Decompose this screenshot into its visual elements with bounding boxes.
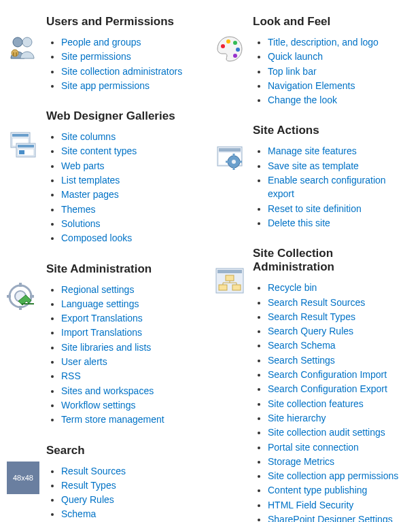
section-icon <box>7 33 39 65</box>
svg-rect-14 <box>19 283 22 287</box>
link-list-templates[interactable]: List templates <box>61 175 120 186</box>
link-themes[interactable]: Themes <box>61 204 96 215</box>
link-rss[interactable]: RSS <box>61 370 81 381</box>
link-change-the-look[interactable]: Change the look <box>268 94 337 105</box>
link-language-settings[interactable]: Language settings <box>61 298 139 309</box>
link-search-result-types[interactable]: Search Result Types <box>268 311 355 322</box>
list-item: People and groups <box>61 35 207 49</box>
link-title-description-and-logo[interactable]: Title, description, and logo <box>268 37 379 48</box>
link-regional-settings[interactable]: Regional settings <box>61 284 134 295</box>
link-user-alerts[interactable]: User alerts <box>61 356 107 367</box>
link-people-and-groups[interactable]: People and groups <box>61 37 141 48</box>
link-term-store-management[interactable]: Term store management <box>61 414 164 425</box>
list-item: Search Query Rules <box>268 324 413 338</box>
link-site-collection-audit-settings[interactable]: Site collection audit settings <box>268 427 385 438</box>
link-manage-site-features[interactable]: Manage site features <box>268 145 357 156</box>
section-site-administration: Site AdministrationRegional settingsLang… <box>7 261 207 428</box>
link-composed-looks[interactable]: Composed looks <box>61 232 132 243</box>
link-query-rules[interactable]: Query Rules <box>61 494 114 505</box>
link-site-columns[interactable]: Site columns <box>61 131 116 142</box>
link-search-result-sources[interactable]: Search Result Sources <box>268 297 365 308</box>
svg-point-28 <box>232 160 236 164</box>
list-item: Site collection app permissions <box>268 469 413 483</box>
list-item: Result Sources <box>61 464 207 478</box>
link-solutions[interactable]: Solutions <box>61 218 101 229</box>
list-item: Change the look <box>268 93 413 107</box>
section-heading: Users and Permissions <box>46 14 207 29</box>
list-item: Storage Metrics <box>268 455 413 468</box>
link-search-query-rules[interactable]: Search Query Rules <box>268 326 353 336</box>
look-icon <box>213 33 246 65</box>
link-enable-search-configuration-export[interactable]: Enable search configuration export <box>268 175 386 199</box>
link-search-configuration-import[interactable]: Search Configuration Import <box>268 369 387 380</box>
link-quick-launch[interactable]: Quick launch <box>268 51 323 62</box>
list-item: Site collection features <box>268 397 413 411</box>
link-storage-metrics[interactable]: Storage Metrics <box>268 456 334 467</box>
link-recycle-bin[interactable]: Recycle bin <box>268 282 317 293</box>
list-item: Web parts <box>61 159 207 173</box>
link-site-hierarchy[interactable]: Site hierarchy <box>268 413 326 423</box>
link-save-site-as-template[interactable]: Save site as template <box>268 160 359 171</box>
svg-point-22 <box>236 48 240 52</box>
link-web-parts[interactable]: Web parts <box>61 160 105 171</box>
list-item: Composed looks <box>61 231 207 245</box>
list-item: Search Settings <box>268 353 413 367</box>
list-item: List templates <box>61 173 207 187</box>
link-workflow-settings[interactable]: Workflow settings <box>61 400 135 411</box>
left-column: Users and PermissionsPeople and groupsSi… <box>7 14 207 522</box>
link-schema[interactable]: Schema <box>61 508 96 519</box>
link-site-libraries-and-lists[interactable]: Site libraries and lists <box>61 342 151 353</box>
link-navigation-elements[interactable]: Navigation Elements <box>268 80 355 91</box>
svg-point-20 <box>226 39 230 44</box>
list-item: Search Result Types <box>268 310 413 324</box>
link-sites-and-workspaces[interactable]: Sites and workspaces <box>61 385 154 396</box>
list-item: Search Configuration Import <box>268 368 413 381</box>
link-sharepoint-designer-settings[interactable]: SharePoint Designer Settings <box>268 514 393 522</box>
link-search-configuration-export[interactable]: Search Configuration Export <box>268 383 387 394</box>
link-export-translations[interactable]: Export Translations <box>61 313 143 324</box>
svg-rect-11 <box>19 150 24 154</box>
link-list: Regional settingsLanguage settingsExport… <box>46 283 207 427</box>
link-search-settings[interactable]: Search Settings <box>268 355 335 366</box>
link-result-sources[interactable]: Result Sources <box>61 466 126 476</box>
svg-rect-37 <box>232 285 241 290</box>
section-heading: Site Administration <box>46 261 207 276</box>
link-site-content-types[interactable]: Site content types <box>61 145 137 156</box>
list-item: Search Configuration Export <box>268 382 413 396</box>
link-site-permissions[interactable]: Site permissions <box>61 51 131 62</box>
svg-rect-15 <box>19 306 22 310</box>
link-site-collection-administrators[interactable]: Site collection administrators <box>61 66 182 77</box>
list-item: Site collection administrators <box>61 65 207 78</box>
link-search-schema[interactable]: Search Schema <box>268 340 336 351</box>
link-master-pages[interactable]: Master pages <box>61 189 119 200</box>
section-site-collection-administration: Site Collection AdministrationRecycle bi… <box>213 245 413 522</box>
link-delete-this-site[interactable]: Delete this site <box>268 218 330 228</box>
link-portal-site-connection[interactable]: Portal site connection <box>268 442 359 453</box>
section-heading: Search <box>46 442 207 457</box>
list-item: Solutions <box>61 217 207 230</box>
list-item: Import Translations <box>61 326 207 339</box>
list-item: Site permissions <box>61 50 207 63</box>
list-item: Manage site features <box>268 144 413 158</box>
link-list: Recycle binSearch Result SourcesSearch R… <box>253 281 413 522</box>
list-item: Recycle bin <box>268 281 413 294</box>
link-content-type-publishing[interactable]: Content type publishing <box>268 485 367 495</box>
link-site-collection-app-permissions[interactable]: Site collection app permissions <box>268 470 398 481</box>
svg-rect-36 <box>219 285 227 290</box>
list-item: Title, description, and logo <box>268 35 413 49</box>
link-top-link-bar[interactable]: Top link bar <box>268 66 317 77</box>
list-item: Content type publishing <box>268 483 413 497</box>
link-result-types[interactable]: Result Types <box>61 480 116 491</box>
list-item: Save site as template <box>268 159 413 173</box>
section-heading: Site Actions <box>253 122 413 137</box>
list-item: Workflow settings <box>61 398 207 412</box>
link-import-translations[interactable]: Import Translations <box>61 327 142 338</box>
list-item: Search Result Sources <box>268 296 413 309</box>
link-site-collection-features[interactable]: Site collection features <box>268 398 364 409</box>
collection-icon <box>213 264 246 297</box>
section-icon <box>7 280 39 313</box>
link-site-app-permissions[interactable]: Site app permissions <box>61 80 150 91</box>
list-item: RSS <box>61 369 207 383</box>
link-html-field-security[interactable]: HTML Field Security <box>268 500 353 510</box>
link-reset-to-site-definition[interactable]: Reset to site definition <box>268 203 362 214</box>
